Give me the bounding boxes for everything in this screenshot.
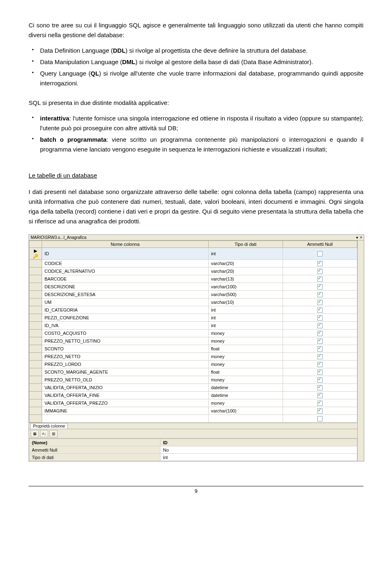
checkbox-icon[interactable] [317, 261, 323, 266]
table-row[interactable]: SCONTO_MARGINE_AGENTEfloat [29, 368, 357, 376]
checkbox-icon[interactable] [317, 377, 323, 383]
cell-column-name[interactable]: CODICE_ALTERNATIVO [42, 267, 209, 275]
checkbox-icon[interactable] [317, 408, 323, 414]
cell-allow-null[interactable] [283, 384, 357, 392]
property-row[interactable]: Tipo di datiint [29, 454, 357, 461]
cell-data-type[interactable]: int [208, 314, 283, 322]
row-selector[interactable] [29, 283, 42, 291]
cell-data-type[interactable]: varchar(20) [208, 260, 283, 267]
table-row[interactable]: PREZZO_LORDOmoney [29, 361, 357, 368]
cell-column-name[interactable]: SCONTO [42, 345, 209, 353]
cell-data-type[interactable]: money [208, 361, 283, 368]
cell-data-type[interactable]: float [208, 345, 283, 353]
cell-column-name[interactable]: PREZZO_NETTO_LISTINO [42, 337, 209, 345]
checkbox-icon[interactable] [317, 276, 323, 282]
cell-allow-null[interactable] [283, 314, 357, 322]
row-selector[interactable] [29, 322, 42, 330]
table-row[interactable]: UMvarchar(10) [29, 299, 357, 306]
cell-column-name[interactable]: PEZZI_CONFEZIONE [42, 314, 209, 322]
checkbox-icon[interactable] [317, 251, 323, 256]
dropdown-icon[interactable]: ▾ [356, 235, 358, 240]
row-selector[interactable] [29, 392, 42, 399]
checkbox-icon[interactable] [317, 385, 323, 390]
checkbox-icon[interactable] [317, 323, 323, 328]
row-selector[interactable] [29, 368, 42, 376]
checkbox-icon[interactable] [317, 346, 323, 352]
cell-column-name[interactable]: ID [42, 248, 209, 260]
table-row[interactable]: ▶🔑IDint [29, 248, 357, 260]
cell-column-name[interactable]: SCONTO_MARGINE_AGENTE [42, 368, 209, 376]
row-selector[interactable] [29, 399, 42, 407]
cell-allow-null[interactable] [283, 306, 357, 314]
checkbox-icon[interactable] [317, 370, 323, 375]
cell-data-type[interactable]: int [208, 248, 283, 260]
table-row[interactable]: CODICE_ALTERNATIVOvarchar(20) [29, 267, 357, 275]
row-selector[interactable] [29, 337, 42, 345]
property-value[interactable]: No [160, 446, 357, 454]
cell-allow-null[interactable] [283, 376, 357, 384]
cell-allow-null[interactable] [283, 407, 357, 415]
cell-allow-null[interactable] [283, 267, 357, 275]
table-row[interactable]: BARCODEvarchar(13) [29, 275, 357, 283]
cell-allow-null[interactable] [283, 248, 357, 260]
table-row[interactable]: DESCRIZIONEvarchar(100) [29, 283, 357, 291]
cell-allow-null[interactable] [283, 291, 357, 299]
cell-data-type[interactable]: varchar(20) [208, 267, 283, 275]
table-row[interactable]: VALIDITA_OFFERTA_INIZIOdatetime [29, 384, 357, 392]
cell-column-name[interactable]: PREZZO_LORDO [42, 361, 209, 368]
cell-data-type[interactable]: varchar(100) [208, 283, 283, 291]
cell-allow-null[interactable] [283, 399, 357, 407]
table-row[interactable]: ID_IVAint [29, 322, 357, 330]
row-selector[interactable] [29, 306, 42, 314]
row-selector[interactable] [29, 314, 42, 322]
cell-data-type[interactable]: varchar(100) [208, 407, 283, 415]
cell-column-name[interactable]: IMMAGINE [42, 407, 209, 415]
vertical-scrollbar[interactable] [357, 241, 364, 461]
toolbar-btn-1[interactable]: ▦ [31, 430, 39, 437]
checkbox-icon[interactable] [317, 284, 323, 290]
checkbox-icon[interactable] [317, 362, 323, 367]
checkbox-icon[interactable] [317, 354, 323, 359]
cell-column-name[interactable]: PREZZO_NETTO [42, 353, 209, 361]
table-row-new[interactable] [29, 415, 357, 423]
cell-allow-null[interactable] [283, 353, 357, 361]
property-row[interactable]: (Nome)ID [29, 439, 357, 446]
row-selector[interactable] [29, 299, 42, 306]
cell-allow-null[interactable] [283, 361, 357, 368]
toolbar-btn-2[interactable]: A↓ [40, 430, 48, 437]
cell-column-name[interactable]: VALIDITA_OFFERTA_FINE [42, 392, 209, 399]
col-header-type[interactable]: Tipo di dati [208, 241, 283, 248]
cell-allow-null[interactable] [283, 299, 357, 306]
cell-column-name[interactable]: UM [42, 299, 209, 306]
row-selector[interactable] [29, 267, 42, 275]
cell-allow-null[interactable] [283, 283, 357, 291]
checkbox-icon[interactable] [317, 269, 323, 274]
row-selector[interactable] [29, 376, 42, 384]
cell-column-name[interactable]: CODICE [42, 260, 209, 267]
checkbox-icon[interactable] [317, 292, 323, 297]
cell-allow-null[interactable] [283, 392, 357, 399]
table-row[interactable]: VALIDITA_OFFERTA_PREZZOmoney [29, 399, 357, 407]
row-selector[interactable] [29, 361, 42, 368]
property-value[interactable]: int [160, 454, 357, 461]
row-selector[interactable] [29, 291, 42, 299]
cell-data-type[interactable]: varchar(10) [208, 299, 283, 306]
cell-data-type[interactable]: money [208, 337, 283, 345]
cell-data-type[interactable]: datetime [208, 392, 283, 399]
table-row[interactable]: SCONTOfloat [29, 345, 357, 353]
toolbar-btn-3[interactable]: ▥ [49, 430, 58, 437]
cell-data-type[interactable]: varchar(500) [208, 291, 283, 299]
close-icon[interactable]: × [360, 235, 362, 240]
table-row[interactable]: COSTO_ACQUISTOmoney [29, 330, 357, 337]
cell-column-name[interactable]: VALIDITA_OFFERTA_INIZIO [42, 384, 209, 392]
cell-allow-null[interactable] [283, 368, 357, 376]
table-row[interactable]: ID_CATEGORIAint [29, 306, 357, 314]
property-row[interactable]: Ammetti NullNo [29, 446, 357, 454]
table-row[interactable]: CODICEvarchar(20) [29, 260, 357, 267]
table-row[interactable]: IMMAGINEvarchar(100) [29, 407, 357, 415]
checkbox-icon[interactable] [317, 315, 323, 321]
col-header-name[interactable]: Nome colonna [42, 241, 209, 248]
row-selector[interactable] [29, 407, 42, 415]
row-selector[interactable] [29, 384, 42, 392]
row-selector[interactable] [29, 330, 42, 337]
